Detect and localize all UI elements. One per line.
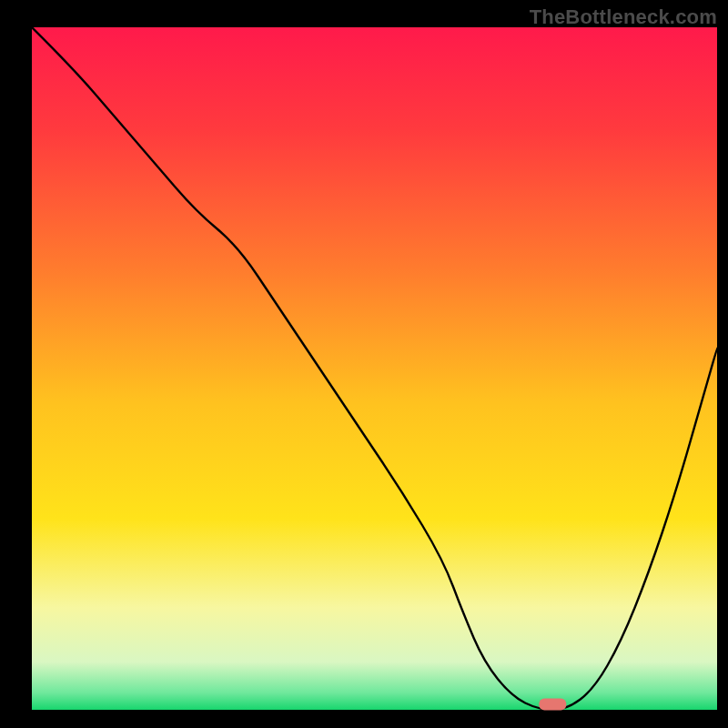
watermark-text: TheBottleneck.com [530, 5, 717, 29]
bottleneck-chart: TheBottleneck.com [0, 0, 728, 728]
marker-indicator [539, 699, 566, 711]
plot-background-gradient [32, 27, 717, 710]
chart-plot [0, 0, 728, 728]
